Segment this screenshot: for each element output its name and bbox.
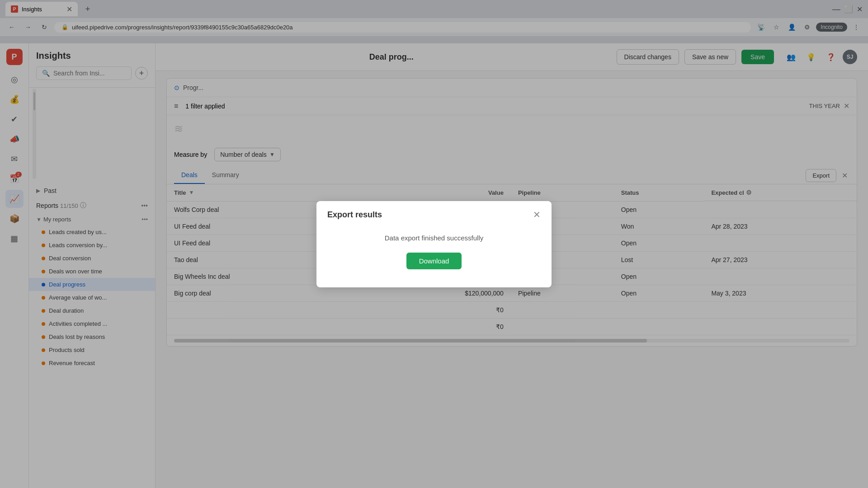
download-btn[interactable]: Download — [406, 253, 462, 269]
modal-title: Export results — [327, 210, 382, 220]
modal-footer — [316, 284, 552, 287]
modal-message: Data export finished successfully — [327, 234, 541, 242]
modal-body: Data export finished successfully Downlo… — [316, 220, 552, 284]
modal-header: Export results ✕ — [316, 201, 552, 220]
modal-close-btn[interactable]: ✕ — [533, 210, 541, 219]
modal-overlay[interactable]: Export results ✕ Data export finished su… — [0, 0, 868, 488]
export-modal: Export results ✕ Data export finished su… — [316, 201, 552, 287]
